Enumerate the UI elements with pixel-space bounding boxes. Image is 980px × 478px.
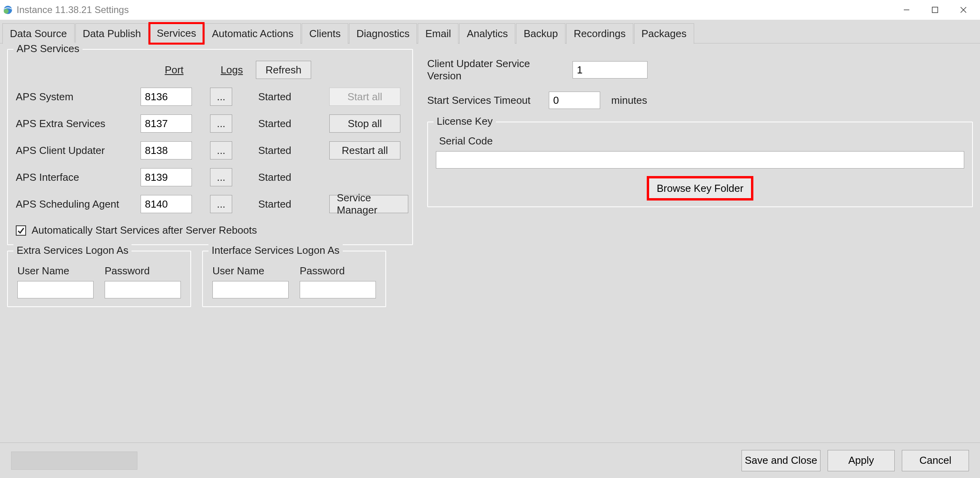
window-title: Instance 11.38.21 Settings bbox=[17, 4, 129, 15]
service-status: Started bbox=[256, 171, 327, 184]
logs-button[interactable]: ... bbox=[210, 168, 232, 186]
tab-diagnostics[interactable]: Diagnostics bbox=[349, 23, 417, 44]
service-name: APS Scheduling Agent bbox=[16, 198, 138, 210]
restart-all-button[interactable]: Restart all bbox=[329, 141, 400, 159]
client-updater-version-input[interactable] bbox=[573, 61, 648, 79]
stop-all-button[interactable]: Stop all bbox=[329, 114, 400, 133]
save-and-close-button[interactable]: Save and Close bbox=[742, 450, 820, 471]
logs-button[interactable]: ... bbox=[210, 195, 232, 213]
maximize-button[interactable] bbox=[921, 1, 949, 19]
port-input[interactable] bbox=[141, 88, 192, 106]
extra-password-input[interactable] bbox=[105, 281, 181, 298]
tab-automatic-actions[interactable]: Automatic Actions bbox=[205, 23, 301, 44]
logs-button[interactable]: ... bbox=[210, 114, 232, 133]
extra-username-label: User Name bbox=[17, 265, 94, 277]
service-status: Started bbox=[256, 144, 327, 157]
auto-start-label: Automatically Start Services after Serve… bbox=[32, 224, 257, 236]
license-key-group: License Key Serial Code Browse Key Folde… bbox=[427, 122, 973, 207]
refresh-button[interactable]: Refresh bbox=[256, 61, 311, 79]
service-status: Started bbox=[256, 91, 327, 103]
iface-username-input[interactable] bbox=[212, 281, 289, 298]
logs-header: Logs bbox=[210, 64, 253, 76]
service-row: APS Client Updater ... Started Restart a… bbox=[16, 141, 404, 159]
port-input[interactable] bbox=[141, 195, 192, 213]
tab-data-source[interactable]: Data Source bbox=[2, 23, 75, 44]
service-name: APS Extra Services bbox=[16, 118, 138, 130]
service-name: APS Interface bbox=[16, 171, 138, 184]
tab-analytics[interactable]: Analytics bbox=[459, 23, 515, 44]
service-row: APS Extra Services ... Started Stop all bbox=[16, 114, 404, 133]
iface-password-label: Password bbox=[300, 265, 376, 277]
port-input[interactable] bbox=[141, 141, 192, 159]
service-name: APS Client Updater bbox=[16, 144, 138, 157]
service-row: APS Interface ... Started bbox=[16, 168, 404, 186]
interface-services-logon-group: Interface Services Logon As User Name Pa… bbox=[202, 251, 386, 307]
timeout-suffix: minutes bbox=[611, 94, 647, 107]
extra-password-label: Password bbox=[105, 265, 181, 277]
footer: Save and Close Apply Cancel bbox=[0, 442, 980, 478]
service-row: APS System ... Started Start all bbox=[16, 88, 404, 106]
aps-services-legend: APS Services bbox=[13, 43, 83, 55]
port-header: Port bbox=[141, 64, 208, 76]
service-name: APS System bbox=[16, 91, 138, 103]
extra-logon-legend: Extra Services Logon As bbox=[13, 244, 131, 257]
tab-strip: Data Source Data Publish Services Automa… bbox=[0, 20, 980, 43]
iface-password-input[interactable] bbox=[300, 281, 376, 298]
service-row: APS Scheduling Agent ... Started Service… bbox=[16, 195, 404, 213]
start-services-timeout-input[interactable] bbox=[549, 92, 600, 109]
extra-services-logon-group: Extra Services Logon As User Name Passwo… bbox=[7, 251, 191, 307]
auto-start-checkbox[interactable] bbox=[16, 225, 26, 236]
browse-key-folder-button[interactable]: Browse Key Folder bbox=[649, 178, 751, 199]
cancel-button[interactable]: Cancel bbox=[902, 450, 969, 471]
apply-button[interactable]: Apply bbox=[828, 450, 895, 471]
minimize-button[interactable] bbox=[892, 1, 921, 19]
status-box bbox=[11, 452, 137, 470]
logs-button[interactable]: ... bbox=[210, 88, 232, 106]
iface-logon-legend: Interface Services Logon As bbox=[208, 244, 343, 257]
tab-packages[interactable]: Packages bbox=[634, 23, 694, 44]
tab-email[interactable]: Email bbox=[418, 23, 458, 44]
svg-rect-3 bbox=[932, 7, 938, 13]
client-updater-version-label: Client Updater Service Version bbox=[427, 58, 561, 82]
extra-username-input[interactable] bbox=[17, 281, 94, 298]
serial-code-input[interactable] bbox=[436, 151, 964, 169]
close-button[interactable] bbox=[949, 1, 978, 19]
tab-data-publish[interactable]: Data Publish bbox=[75, 23, 148, 44]
start-all-button[interactable]: Start all bbox=[329, 88, 400, 106]
app-icon bbox=[2, 4, 13, 15]
service-manager-button[interactable]: Service Manager bbox=[329, 195, 408, 213]
titlebar: Instance 11.38.21 Settings bbox=[0, 0, 980, 20]
start-services-timeout-label: Start Services Timeout bbox=[427, 94, 538, 107]
aps-services-group: APS Services Port Logs Refresh APS Syste… bbox=[7, 49, 413, 245]
tab-clients[interactable]: Clients bbox=[302, 23, 348, 44]
tab-backup[interactable]: Backup bbox=[516, 23, 565, 44]
logs-button[interactable]: ... bbox=[210, 141, 232, 159]
svg-point-1 bbox=[4, 9, 9, 13]
serial-code-label: Serial Code bbox=[439, 135, 964, 147]
service-status: Started bbox=[256, 198, 327, 210]
tab-recordings[interactable]: Recordings bbox=[566, 23, 633, 44]
license-key-legend: License Key bbox=[434, 115, 496, 127]
port-input[interactable] bbox=[141, 114, 192, 133]
iface-username-label: User Name bbox=[212, 265, 289, 277]
service-status: Started bbox=[256, 118, 327, 130]
tab-services[interactable]: Services bbox=[149, 23, 204, 44]
port-input[interactable] bbox=[141, 168, 192, 186]
